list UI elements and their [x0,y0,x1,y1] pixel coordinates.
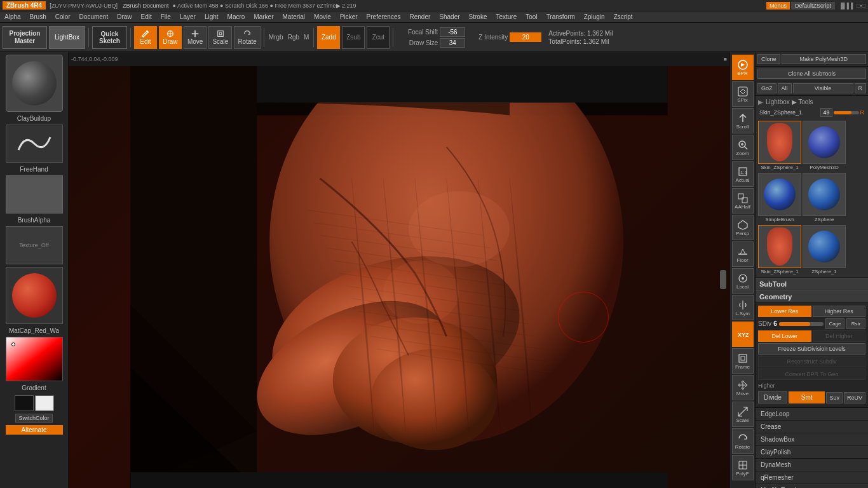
menu-zscript[interactable]: Zscript [612,13,635,21]
modify-topology-item[interactable]: Modify Topology [756,484,868,488]
zcut-button[interactable]: Zcut [367,26,390,49]
rotate-rt-button[interactable]: Rotate [732,428,754,454]
alpha-preview[interactable] [6,175,63,214]
skin-item-zsphere[interactable]: ZSphere [803,173,846,222]
menu-zplugin[interactable]: Zplugin [582,13,607,21]
skin-value[interactable]: 49 [820,108,832,117]
color-picker[interactable] [6,337,63,381]
divide-button[interactable]: Divide [758,391,787,403]
script-btn[interactable]: DefaultZScript [791,2,835,10]
color-swatch-black[interactable] [15,395,34,411]
aahalf-button[interactable]: AAHalf [732,188,754,214]
floor-button[interactable]: Floor [732,241,754,267]
texture-preview[interactable]: Texture_Off [6,226,63,264]
goz-button[interactable]: GoZ [757,83,776,93]
geometry-header[interactable]: Geometry [756,290,868,303]
menu-movie[interactable]: Movie [312,13,333,21]
reuv-button[interactable]: ReUV [844,392,865,403]
edgeloop-item[interactable]: EdgeLoop [756,408,868,421]
menu-draw[interactable]: Draw [115,13,133,21]
lower-res-button[interactable]: Lower Res [758,306,811,317]
z-intensity-value[interactable]: 20 [510,32,541,42]
move-rt-button[interactable]: Move [732,375,754,400]
scale-button[interactable]: Scale [208,26,232,49]
menu-file[interactable]: File [159,13,173,21]
menu-transform[interactable]: Transform [545,13,577,21]
visible-button[interactable]: Visible [793,83,853,93]
switch-color-button[interactable]: SwitchColor [15,414,52,423]
actual-button[interactable]: 1:1 Actual [732,161,754,187]
rstr-button[interactable]: Rstr [846,318,865,329]
scale-rt-button[interactable]: Scale [732,402,754,427]
menu-picker[interactable]: Picker [338,13,360,21]
clone-button[interactable]: Clone [757,54,780,64]
suv-button[interactable]: Suv [826,392,843,403]
del-higher-button[interactable]: Del Higher [813,330,866,342]
menu-brush[interactable]: Brush [28,13,48,21]
menu-stroke[interactable]: Stroke [467,13,489,21]
scroll-button[interactable]: Scroll [732,108,754,133]
higher-res-button[interactable]: Higher Res [813,306,866,317]
crease-item[interactable]: Crease [756,421,868,433]
skin-slider[interactable] [834,111,859,114]
menu-macro[interactable]: Macro [226,13,247,21]
zadd-button[interactable]: Zadd [317,26,340,49]
lightbox-button[interactable]: LightBox [49,26,85,49]
menu-light[interactable]: Light [203,13,220,21]
menu-alpha[interactable]: Alpha [3,13,23,21]
menu-color[interactable]: Color [53,13,72,21]
reconstruct-subdiv-button[interactable]: Reconstruct Subdiv [758,356,865,367]
skin-item-zsphere2[interactable]: ZSphere_1 [803,225,846,274]
menu-layer[interactable]: Layer [178,13,198,21]
sdiv-slider[interactable] [779,322,824,326]
skin-item-simplebrush[interactable]: SimpleBrush [758,173,801,222]
make-polymesh-button[interactable]: Make PolyMesh3D [782,54,866,64]
color-swatch-white[interactable] [35,395,54,411]
edit-button[interactable]: Edit [134,26,157,49]
persp-button[interactable]: Persp [732,215,754,240]
material-preview[interactable] [6,267,63,324]
frame-button[interactable]: Frame [732,348,754,374]
menu-preferences[interactable]: Preferences [365,13,403,21]
skin-item-figure[interactable]: Skin_ZSphere_1 [758,121,801,170]
quick-sketch-button[interactable]: Quick Sketch [92,26,127,49]
qremesher-item[interactable]: qRemesher [756,471,868,484]
stroke-preview[interactable] [6,125,63,163]
claypolish-item[interactable]: ClayPolish [756,446,868,459]
alternate-button[interactable]: Alternate [6,425,63,435]
spix-button[interactable]: SPix [732,81,754,107]
move-button[interactable]: Move [184,26,207,49]
dynamesh-item[interactable]: DynaMesh [756,459,868,471]
scroll-handle[interactable] [720,270,726,289]
xyz-button[interactable]: XYZ [732,322,754,347]
skin-item-figure2[interactable]: Skin_ZSphere_1 [758,225,801,274]
draw-button[interactable]: Draw [159,26,182,49]
del-lower-button[interactable]: Del Lower [758,330,811,342]
local-button[interactable]: Local [732,268,754,294]
menu-tool[interactable]: Tool [524,13,539,21]
projection-master-button[interactable]: Projection Master [3,26,47,49]
smt-button[interactable]: Smt [789,391,825,403]
menu-texture[interactable]: Texture [494,13,519,21]
brush-preview[interactable] [6,55,63,112]
clone-all-subtools-button[interactable]: Clone All SubTools [757,69,866,79]
freeze-subdiv-button[interactable]: Freeze SubDivision Levels [758,343,865,355]
menu-render[interactable]: Render [408,13,433,21]
cage-button[interactable]: Cage [825,318,844,329]
menu-marker[interactable]: Marker [252,13,275,21]
zsub-button[interactable]: Zsub [342,26,365,49]
rotate-button[interactable]: Rotate [234,26,260,49]
lightbox-title[interactable]: ▶ Lightbox ▶ Tools [758,97,865,107]
bpr-button[interactable]: BPR [732,55,754,80]
r-button[interactable]: R [855,83,867,93]
menus-btn[interactable]: Menus [766,2,790,10]
menu-material[interactable]: Material [281,13,308,21]
all-button[interactable]: All [778,83,792,93]
skin-item-polysphere[interactable]: PolyMesh3D [803,121,846,170]
draw-size-value[interactable]: 34 [440,38,465,48]
zoom-button[interactable]: Zoom [732,135,754,160]
menu-shader[interactable]: Shader [437,13,461,21]
shadowbox-item[interactable]: ShadowBox [756,433,868,446]
polyf-button[interactable]: PolyF [732,455,754,480]
subtool-header[interactable]: SubTool [756,278,868,290]
